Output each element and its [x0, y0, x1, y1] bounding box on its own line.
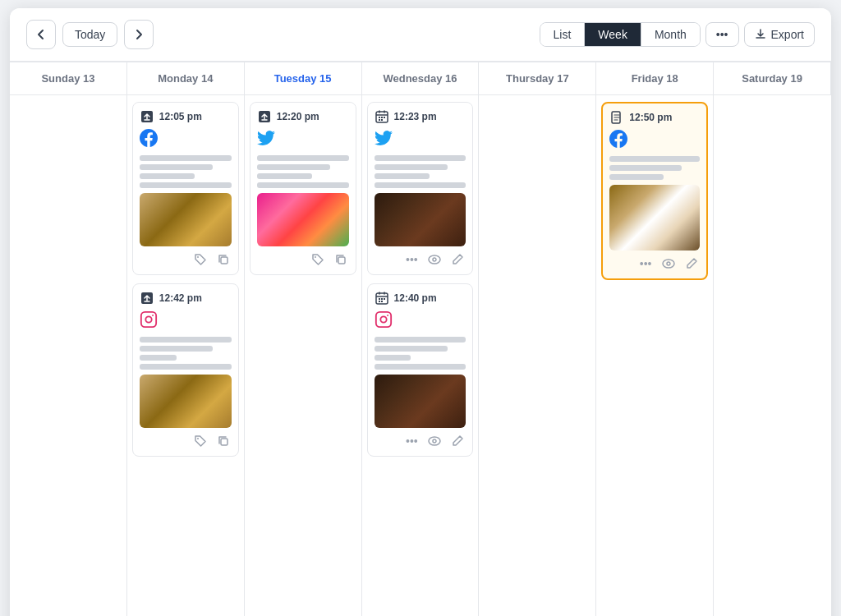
wednesday-post-2-time-row: 12:40 pm: [375, 291, 466, 306]
preview-icon[interactable]: [426, 251, 443, 268]
text-line: [140, 337, 232, 342]
monday-post-1-time-row: 12:05 pm: [140, 109, 232, 124]
export-label: Export: [771, 28, 804, 41]
day-header-monday: Monday 14: [127, 62, 245, 95]
svg-point-6: [152, 315, 154, 316]
monday-post-1-social: [140, 129, 232, 155]
svg-rect-23: [384, 298, 385, 300]
text-line: [140, 182, 232, 188]
more-icon[interactable]: •••: [403, 251, 420, 268]
wednesday-post-2-actions: •••: [375, 433, 466, 449]
text-line: [257, 182, 349, 188]
svg-point-5: [145, 316, 151, 322]
wednesday-post-2-text: [375, 337, 466, 370]
tuesday-post-1-time: 12:20 pm: [277, 111, 319, 122]
calendar-container: Today List Week Month ••• Export Sunday …: [10, 8, 831, 616]
more-icon[interactable]: •••: [637, 255, 654, 272]
upload-icon: [257, 109, 272, 124]
more-button[interactable]: •••: [705, 22, 739, 47]
friday-post-1-time: 12:50 pm: [629, 112, 672, 123]
tuesday-post-1-actions: [257, 251, 349, 268]
wednesday-post-2-social: [375, 310, 466, 337]
day-header-thursday: Thursday 17: [479, 62, 596, 95]
edit-icon[interactable]: [449, 433, 466, 449]
export-button[interactable]: Export: [744, 22, 815, 47]
monday-post-2-time-row: 12:42 pm: [140, 291, 232, 306]
upload-icon: [140, 109, 154, 124]
svg-point-7: [197, 438, 199, 439]
friday-post-1: 12:50 pm •••: [601, 102, 708, 280]
tag-icon[interactable]: [310, 251, 326, 268]
svg-rect-8: [221, 439, 227, 445]
tag-icon[interactable]: [192, 433, 209, 449]
wednesday-post-1-image: [375, 193, 466, 246]
friday-post-1-time-row: 12:50 pm: [609, 110, 700, 125]
text-line: [140, 173, 195, 179]
tuesday-post-1-image: [257, 193, 349, 246]
preview-icon[interactable]: [660, 255, 677, 272]
monday-post-2-social: [140, 310, 232, 337]
today-button[interactable]: Today: [62, 22, 117, 47]
view-group: List Week Month: [540, 22, 701, 47]
next-button[interactable]: [124, 20, 154, 49]
tuesday-post-1: 12:20 pm: [250, 102, 356, 275]
svg-rect-15: [384, 117, 385, 118]
wednesday-post-2-image: [375, 375, 466, 428]
svg-rect-11: [338, 257, 345, 264]
monday-post-2-text: [140, 337, 232, 370]
svg-point-27: [380, 316, 386, 322]
preview-icon[interactable]: [426, 433, 443, 449]
copy-icon[interactable]: [215, 433, 232, 449]
svg-rect-16: [379, 119, 380, 121]
wednesday-post-1-social: [375, 129, 466, 155]
upload-icon: [140, 291, 154, 306]
monday-post-2-actions: [140, 433, 232, 449]
svg-point-28: [387, 315, 388, 316]
sunday-col: [10, 95, 127, 616]
prev-button[interactable]: [26, 20, 56, 49]
toolbar-left: Today: [26, 20, 154, 49]
monday-post-1-image: [140, 193, 232, 246]
list-view-button[interactable]: List: [540, 23, 586, 46]
thursday-col: [479, 95, 596, 616]
monday-post-1: 12:05 pm: [132, 102, 239, 275]
text-line: [375, 337, 466, 342]
doc-icon: [609, 110, 624, 125]
text-line: [257, 155, 349, 161]
month-view-button[interactable]: Month: [641, 23, 700, 46]
text-line: [257, 164, 330, 170]
friday-post-1-social: [609, 130, 700, 156]
week-view-button[interactable]: Week: [585, 23, 641, 46]
monday-post-1-time: 12:05 pm: [159, 111, 202, 122]
more-icon[interactable]: •••: [403, 433, 420, 449]
text-line: [375, 182, 466, 188]
monday-post-2-image: [140, 375, 232, 428]
svg-rect-21: [379, 298, 380, 300]
copy-icon[interactable]: [215, 251, 232, 268]
wednesday-post-1-time: 12:23 pm: [394, 111, 437, 122]
tag-icon[interactable]: [192, 251, 209, 268]
svg-point-32: [663, 260, 674, 268]
text-line: [140, 155, 232, 161]
text-line: [257, 173, 312, 179]
text-line: [609, 165, 682, 171]
text-line: [375, 346, 448, 352]
toolbar: Today List Week Month ••• Export: [10, 8, 831, 62]
day-header-sunday: Sunday 13: [10, 62, 127, 95]
copy-icon[interactable]: [333, 251, 349, 268]
svg-point-1: [197, 256, 199, 258]
svg-point-29: [429, 437, 440, 445]
svg-rect-26: [375, 312, 390, 327]
friday-post-1-image: [609, 185, 700, 251]
calendar-icon: [375, 291, 389, 306]
saturday-col: [714, 95, 831, 616]
wednesday-post-1-text: [375, 155, 466, 188]
text-line: [140, 164, 213, 170]
edit-icon[interactable]: [683, 255, 700, 272]
text-line: [140, 364, 232, 370]
text-line: [375, 355, 411, 361]
edit-icon[interactable]: [449, 251, 466, 268]
text-line: [375, 364, 466, 370]
text-line: [140, 346, 213, 352]
svg-rect-24: [379, 301, 380, 302]
